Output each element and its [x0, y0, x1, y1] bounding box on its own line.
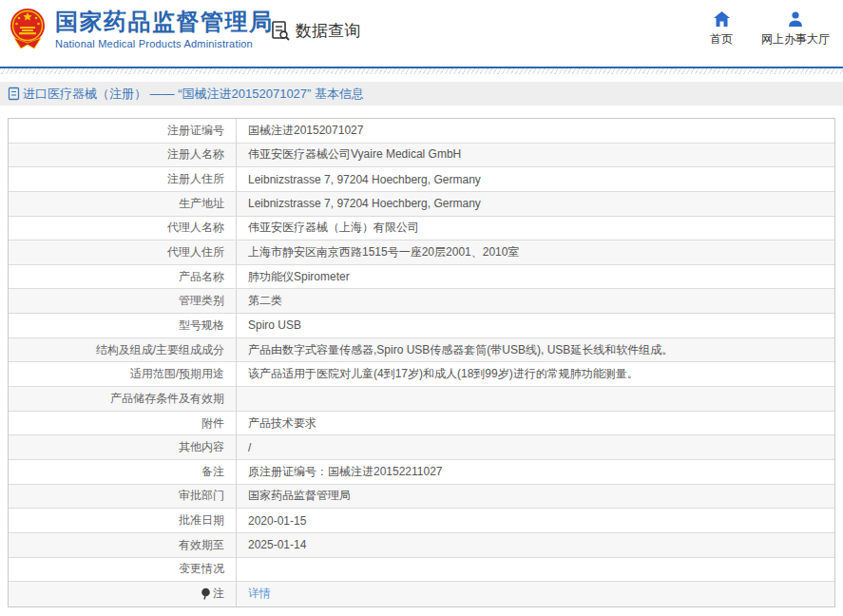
- row-value: 该产品适用于医院对儿童(4到17岁)和成人(18到99岁)进行的常规肺功能测量。: [237, 362, 834, 386]
- note-label: 注: [213, 586, 224, 602]
- table-row: 备注原注册证编号：国械注进20152211027: [9, 460, 834, 485]
- person-icon: [787, 10, 804, 28]
- row-value: 国械注进20152071027: [237, 119, 834, 143]
- table-row: 审批部门国家药品监督管理局: [9, 485, 834, 510]
- table-row: 附件产品技术要求: [9, 412, 834, 436]
- registration-info-table: 注册证编号国械注进20152071027 注册人名称伟亚安医疗器械公司Vyair…: [8, 118, 835, 607]
- table-row: 生产地址Leibnizstrasse 7, 97204 Hoechberg, G…: [9, 192, 834, 217]
- document-search-icon: [269, 19, 292, 42]
- data-query-label: 数据查询: [296, 20, 360, 42]
- row-label: 注: [9, 582, 237, 606]
- org-title-block: 国家药品监督管理局 National Medical Products Admi…: [55, 9, 274, 49]
- row-label: 代理人名称: [9, 217, 237, 241]
- breadcrumb-bar: 进口医疗器械（注册） —— “国械注进20152071027” 基本信息: [0, 82, 843, 106]
- row-value: 详情: [237, 582, 834, 606]
- row-value: [237, 387, 834, 411]
- table-row: 产品储存条件及有效期: [9, 387, 834, 412]
- row-value: Spiro USB: [237, 314, 834, 337]
- table-row: 有效期至2025-01-14: [9, 533, 834, 558]
- nav-item-home[interactable]: 首页: [710, 10, 733, 48]
- row-label: 批准日期: [9, 509, 237, 532]
- table-row-note: 注 详情: [9, 582, 834, 606]
- row-label: 注册人住所: [9, 167, 237, 191]
- row-value: 产品技术要求: [237, 412, 834, 435]
- table-row: 其他内容/: [9, 435, 834, 460]
- table-row: 型号规格Spiro USB: [9, 314, 834, 338]
- header-hatch-divider: [0, 68, 843, 74]
- row-label: 注册人名称: [9, 144, 237, 167]
- row-label: 注册证编号: [9, 119, 237, 143]
- row-label: 代理人住所: [9, 241, 237, 264]
- table-row: 注册人名称伟亚安医疗器械公司Vyaire Medical GmbH: [9, 144, 834, 168]
- table-row: 产品名称肺功能仪Spirometer: [9, 265, 834, 290]
- row-value: 肺功能仪Spirometer: [237, 265, 834, 289]
- nav-service-hall-label: 网上办事大厅: [761, 31, 830, 48]
- breadcrumb: 进口医疗器械（注册） —— “国械注进20152071027” 基本信息: [23, 86, 364, 103]
- row-value: 伟亚安医疗器械公司Vyaire Medical GmbH: [237, 144, 834, 167]
- table-row: 注册证编号国械注进20152071027: [9, 119, 834, 144]
- table-row: 结构及组成/主要组成成分产品由数字式容量传感器,Spiro USB传感器套筒(带…: [9, 338, 834, 363]
- row-label: 其他内容: [9, 435, 237, 459]
- row-label: 适用范围/预期用途: [9, 362, 237, 386]
- table-row: 管理类别第二类: [9, 289, 834, 314]
- row-label: 产品名称: [9, 265, 237, 289]
- row-value: [237, 558, 834, 582]
- table-row: 适用范围/预期用途该产品适用于医院对儿童(4到17岁)和成人(18到99岁)进行…: [9, 362, 834, 387]
- nav-home-label: 首页: [710, 31, 733, 48]
- table-row: 代理人住所上海市静安区南京西路1515号一座20层2001、2010室: [9, 241, 834, 265]
- table-row: 注册人住所Leibnizstrasse 7, 97204 Hoechberg, …: [9, 167, 834, 192]
- details-link[interactable]: 详情: [248, 586, 271, 602]
- row-value: 伟亚安医疗器械（上海）有限公司: [237, 217, 834, 241]
- row-label: 附件: [9, 412, 237, 435]
- top-nav: 首页 网上办事大厅: [710, 10, 830, 48]
- row-label: 管理类别: [9, 289, 237, 313]
- row-value: 第二类: [237, 289, 834, 313]
- org-name-cn: 国家药品监督管理局: [55, 9, 274, 35]
- row-value: Leibnizstrasse 7, 97204 Hoechberg, Germa…: [237, 192, 834, 216]
- table-row: 批准日期2020-01-15: [9, 509, 834, 533]
- row-value: 国家药品监督管理局: [237, 485, 834, 509]
- row-value: 产品由数字式容量传感器,Spiro USB传感器套筒(带USB线), USB延长…: [237, 338, 834, 362]
- row-value: /: [237, 435, 834, 459]
- org-name-en: National Medical Products Administration: [55, 38, 274, 49]
- row-label: 产品储存条件及有效期: [9, 387, 237, 411]
- home-icon: [713, 10, 731, 28]
- page-header: 国家药品监督管理局 National Medical Products Admi…: [0, 0, 843, 68]
- table-row: 变更情况: [9, 558, 834, 583]
- row-value: Leibnizstrasse 7, 97204 Hoechberg, Germa…: [237, 167, 834, 191]
- row-value: 原注册证编号：国械注进20152211027: [237, 460, 834, 484]
- pin-icon: [201, 587, 211, 600]
- row-label: 有效期至: [9, 533, 237, 557]
- table-row: 代理人名称伟亚安医疗器械（上海）有限公司: [9, 217, 834, 241]
- nav-item-service-hall[interactable]: 网上办事大厅: [761, 10, 830, 48]
- row-label: 生产地址: [9, 192, 237, 216]
- row-label: 备注: [9, 460, 237, 484]
- data-query-tab[interactable]: 数据查询: [269, 19, 360, 42]
- row-label: 审批部门: [9, 485, 237, 509]
- row-value: 2025-01-14: [237, 533, 834, 557]
- row-value: 2020-01-15: [237, 509, 834, 532]
- document-icon: [8, 87, 20, 101]
- row-label: 变更情况: [9, 558, 237, 582]
- national-emblem-logo: [10, 6, 46, 50]
- row-label: 型号规格: [9, 314, 237, 337]
- row-value: 上海市静安区南京西路1515号一座20层2001、2010室: [237, 241, 834, 264]
- row-label: 结构及组成/主要组成成分: [9, 338, 237, 362]
